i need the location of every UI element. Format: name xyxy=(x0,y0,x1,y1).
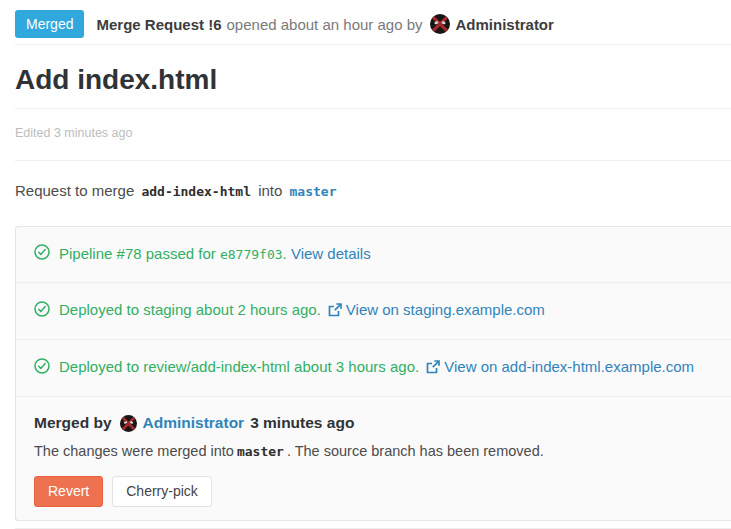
merged-by-prefix: Merged by xyxy=(34,412,112,434)
commit-sha[interactable]: e8779f03 xyxy=(220,247,283,262)
page-title: Add index.html xyxy=(15,61,731,99)
mr-status-bar: Merged Merge Request !6 opened about an … xyxy=(15,0,731,38)
success-check-icon xyxy=(34,358,50,379)
divider xyxy=(15,108,731,109)
cherry-pick-button[interactable]: Cherry-pick xyxy=(112,476,212,507)
merged-by-section: Merged by Administrator 3 minutes ago Th… xyxy=(16,397,731,520)
pipeline-message: Pipeline #78 passed for xyxy=(59,245,216,262)
view-staging-link[interactable]: View on staging.example.com xyxy=(346,301,545,318)
revert-button[interactable]: Revert xyxy=(34,476,103,507)
merger-link[interactable]: Administrator xyxy=(143,412,245,434)
merge-request-summary: Request to merge add-index-html into mas… xyxy=(15,180,731,203)
merger-avatar[interactable] xyxy=(120,415,137,432)
success-check-icon xyxy=(34,244,50,265)
mr-reference: Merge Request !6 xyxy=(96,16,221,33)
divider xyxy=(15,44,731,45)
target-branch[interactable]: master xyxy=(290,184,337,199)
request-prefix: Request to merge xyxy=(15,182,134,199)
merged-actions: Revert Cherry-pick xyxy=(34,476,713,507)
pipeline-text: Pipeline #78 passed for e8779f03. View d… xyxy=(59,244,371,265)
merged-body: The changes were merged intomaster. The … xyxy=(34,441,713,462)
view-details-link[interactable]: View details xyxy=(291,245,371,262)
view-review-link[interactable]: View on add-index-html.example.com xyxy=(444,358,694,375)
external-link-icon xyxy=(328,302,342,322)
external-link-icon xyxy=(426,359,440,379)
deploy-staging-row: Deployed to staging about 2 hours ago.Vi… xyxy=(16,283,731,340)
author-avatar[interactable] xyxy=(430,14,450,34)
opened-text: opened about an hour ago by xyxy=(227,16,423,33)
success-check-icon xyxy=(34,301,50,322)
deploy-review-text: Deployed to review/add-index-html about … xyxy=(59,357,694,379)
deploy-staging-text: Deployed to staging about 2 hours ago.Vi… xyxy=(59,300,545,322)
user-avatar-icon xyxy=(430,14,450,34)
source-branch: add-index-html xyxy=(141,184,251,199)
pipeline-status-row: Pipeline #78 passed for e8779f03. View d… xyxy=(16,227,731,283)
merge-request-page: Merged Merge Request !6 opened about an … xyxy=(0,0,731,529)
merged-body-prefix: The changes were merged into xyxy=(34,443,234,459)
into-text: into xyxy=(258,182,282,199)
merged-time: 3 minutes ago xyxy=(250,412,354,434)
pipeline-suffix: . xyxy=(283,245,287,262)
author-link[interactable]: Administrator xyxy=(456,16,554,33)
merged-by-heading: Merged by Administrator 3 minutes ago xyxy=(34,412,713,434)
merged-body-suffix: . The source branch has been removed. xyxy=(287,443,544,459)
edited-note: Edited 3 minutes ago xyxy=(15,125,731,141)
divider xyxy=(15,160,731,161)
deploy-message: Deployed to review/add-index-html about … xyxy=(59,358,419,375)
status-badge: Merged xyxy=(15,10,84,38)
mr-widget: Pipeline #78 passed for e8779f03. View d… xyxy=(15,226,731,521)
deploy-message: Deployed to staging about 2 hours ago. xyxy=(59,301,321,318)
deploy-review-row: Deployed to review/add-index-html about … xyxy=(16,340,731,397)
user-avatar-icon xyxy=(120,415,137,432)
merged-branch: master xyxy=(237,444,284,459)
